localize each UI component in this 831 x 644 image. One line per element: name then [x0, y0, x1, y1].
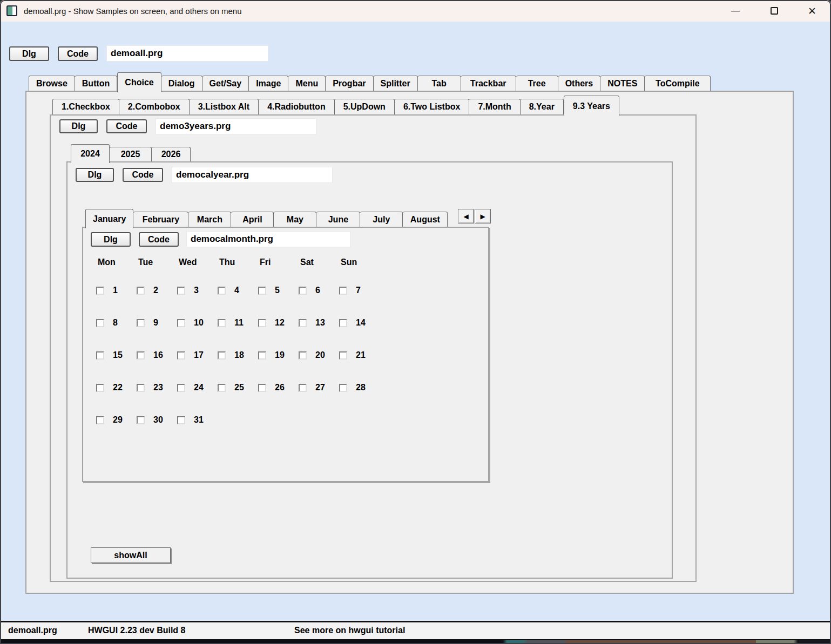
- day-checkbox-11[interactable]: 11: [218, 307, 258, 339]
- file-input-month[interactable]: [186, 231, 350, 247]
- day-checkbox-24[interactable]: 24: [177, 371, 218, 404]
- day-checkbox-1[interactable]: 1: [96, 274, 137, 307]
- day-checkbox-22[interactable]: 22: [96, 371, 137, 404]
- checkbox-icon[interactable]: [218, 287, 226, 295]
- dlg-button-year[interactable]: Dlg: [76, 168, 114, 182]
- tab-may[interactable]: May: [274, 212, 316, 227]
- tab-august[interactable]: August: [403, 212, 448, 227]
- tab-2025[interactable]: 2025: [110, 147, 152, 161]
- tab-splitter[interactable]: Splitter: [374, 76, 418, 91]
- file-input-main[interactable]: [106, 45, 268, 62]
- tab-9-3-years[interactable]: 9.3 Years: [564, 96, 619, 116]
- checkbox-icon[interactable]: [177, 416, 185, 424]
- checkbox-icon[interactable]: [177, 351, 185, 360]
- checkbox-icon[interactable]: [177, 384, 185, 392]
- checkbox-icon[interactable]: [339, 319, 347, 327]
- tab-button[interactable]: Button: [75, 76, 118, 91]
- checkbox-icon[interactable]: [258, 319, 266, 327]
- tab-trackbar[interactable]: Trackbar: [461, 76, 516, 91]
- file-input-3years[interactable]: [156, 118, 316, 134]
- checkbox-icon[interactable]: [299, 319, 307, 327]
- checkbox-icon[interactable]: [96, 319, 104, 327]
- day-checkbox-17[interactable]: 17: [177, 339, 218, 371]
- checkbox-icon[interactable]: [137, 351, 145, 360]
- day-checkbox-9[interactable]: 9: [137, 307, 177, 339]
- tab-choice[interactable]: Choice: [117, 72, 161, 92]
- tab-july[interactable]: July: [360, 212, 403, 227]
- checkbox-icon[interactable]: [137, 416, 145, 424]
- checkbox-icon[interactable]: [177, 287, 185, 295]
- tab-tree[interactable]: Tree: [516, 76, 558, 91]
- tab-scroll-right-button[interactable]: ▶: [475, 209, 491, 223]
- tab-tab[interactable]: Tab: [418, 76, 461, 91]
- tab-3-listbox-alt[interactable]: 3.Listbox Alt: [190, 99, 259, 114]
- checkbox-icon[interactable]: [137, 319, 145, 327]
- dlg-button-month[interactable]: Dlg: [91, 232, 131, 247]
- checkbox-icon[interactable]: [96, 287, 104, 295]
- file-input-year[interactable]: [172, 167, 333, 183]
- tab-browse[interactable]: Browse: [29, 76, 75, 91]
- tab-january[interactable]: January: [85, 209, 133, 228]
- dlg-button-main[interactable]: Dlg: [9, 46, 49, 61]
- tab-notes[interactable]: NOTES: [600, 76, 645, 91]
- day-checkbox-10[interactable]: 10: [177, 307, 218, 339]
- checkbox-icon[interactable]: [299, 351, 307, 360]
- checkbox-icon[interactable]: [258, 287, 266, 295]
- day-checkbox-18[interactable]: 18: [218, 339, 258, 371]
- day-checkbox-15[interactable]: 15: [96, 339, 137, 371]
- close-button[interactable]: ✕: [803, 0, 821, 22]
- tab-february[interactable]: February: [133, 212, 188, 227]
- tab-2-combobox[interactable]: 2.Combobox: [119, 99, 190, 114]
- code-button-3years[interactable]: Code: [106, 119, 147, 133]
- day-checkbox-5[interactable]: 5: [258, 274, 299, 307]
- day-checkbox-20[interactable]: 20: [299, 339, 339, 371]
- tab-8-year[interactable]: 8.Year: [521, 99, 564, 114]
- tab-june[interactable]: June: [316, 212, 360, 227]
- day-checkbox-21[interactable]: 21: [339, 339, 380, 371]
- day-checkbox-13[interactable]: 13: [299, 307, 339, 339]
- maximize-button[interactable]: [766, 0, 783, 22]
- tab-tocompile[interactable]: ToCompile: [645, 76, 711, 91]
- day-checkbox-16[interactable]: 16: [137, 339, 177, 371]
- day-checkbox-3[interactable]: 3: [177, 274, 218, 307]
- checkbox-icon[interactable]: [339, 384, 347, 392]
- day-checkbox-2[interactable]: 2: [137, 274, 177, 307]
- checkbox-icon[interactable]: [339, 287, 347, 295]
- checkbox-icon[interactable]: [218, 319, 226, 327]
- checkbox-icon[interactable]: [339, 351, 347, 360]
- day-checkbox-26[interactable]: 26: [258, 371, 299, 404]
- day-checkbox-28[interactable]: 28: [339, 371, 380, 404]
- day-checkbox-14[interactable]: 14: [339, 307, 380, 339]
- code-button-year[interactable]: Code: [123, 168, 163, 182]
- code-button-main[interactable]: Code: [58, 46, 98, 61]
- code-button-month[interactable]: Code: [139, 232, 179, 247]
- day-checkbox-31[interactable]: 31: [177, 404, 218, 436]
- checkbox-icon[interactable]: [258, 351, 266, 360]
- tab-march[interactable]: March: [188, 212, 231, 227]
- day-checkbox-7[interactable]: 7: [339, 274, 380, 307]
- day-checkbox-8[interactable]: 8: [96, 307, 137, 339]
- tab-menu[interactable]: Menu: [288, 76, 326, 91]
- checkbox-icon[interactable]: [299, 384, 307, 392]
- tab-others[interactable]: Others: [558, 76, 601, 91]
- checkbox-icon[interactable]: [137, 384, 145, 392]
- tab-4-radiobutton[interactable]: 4.Radiobutton: [259, 99, 335, 114]
- day-checkbox-12[interactable]: 12: [258, 307, 299, 339]
- tab-6-two-listbox[interactable]: 6.Two Listbox: [395, 99, 469, 114]
- tab-get-say[interactable]: Get/Say: [202, 76, 249, 91]
- day-checkbox-4[interactable]: 4: [218, 274, 258, 307]
- day-checkbox-23[interactable]: 23: [137, 371, 177, 404]
- checkbox-icon[interactable]: [96, 384, 104, 392]
- day-checkbox-30[interactable]: 30: [137, 404, 177, 436]
- tab-scroll-left-button[interactable]: ◀: [458, 209, 474, 223]
- show-all-button[interactable]: showAll: [91, 547, 171, 563]
- checkbox-icon[interactable]: [137, 287, 145, 295]
- checkbox-icon[interactable]: [218, 384, 226, 392]
- checkbox-icon[interactable]: [96, 416, 104, 424]
- tab-april[interactable]: April: [231, 212, 274, 227]
- day-checkbox-6[interactable]: 6: [299, 274, 339, 307]
- day-checkbox-19[interactable]: 19: [258, 339, 299, 371]
- tab-1-checkbox[interactable]: 1.Checkbox: [52, 99, 119, 114]
- day-checkbox-29[interactable]: 29: [96, 404, 137, 436]
- tab-dialog[interactable]: Dialog: [161, 76, 202, 91]
